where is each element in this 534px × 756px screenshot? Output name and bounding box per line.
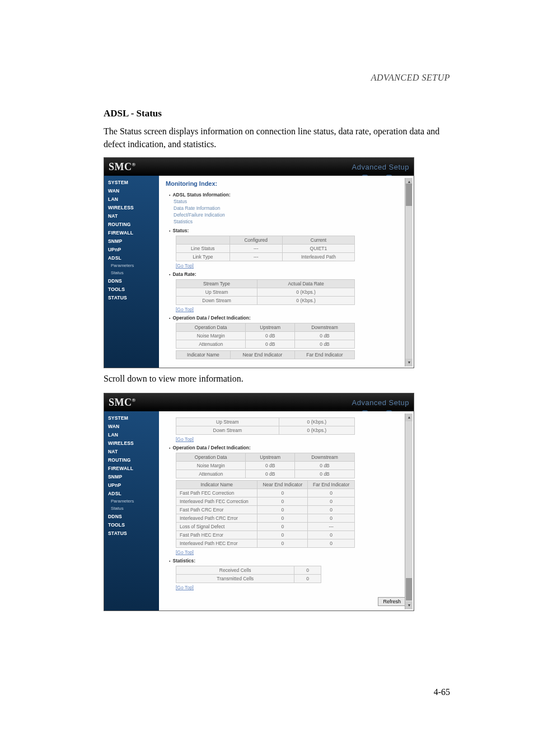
col-actual-rate: Actual Data Rate <box>257 280 355 288</box>
screenshot-header: SMC® Advanced Setup <box>104 158 414 176</box>
scrollbar[interactable]: ▴ ▾ <box>405 414 413 609</box>
screenshot-header: SMC® Advanced Setup <box>104 393 414 411</box>
refresh-button[interactable]: Refresh <box>378 597 406 606</box>
sidebar-item-wireless[interactable]: WIRELESS <box>104 439 159 447</box>
sidebar-item-status[interactable]: STATUS <box>104 293 159 302</box>
sidebar-item-snmp[interactable]: SNMP <box>104 237 159 245</box>
sidebar-item-ddns[interactable]: DDNS <box>104 276 159 285</box>
go-top-link[interactable]: [Go Top] <box>166 550 407 555</box>
cell: 0 dB <box>246 332 295 340</box>
sidebar-sub-parameters[interactable]: Parameters <box>104 497 159 505</box>
sidebar-item-routing[interactable]: ROUTING <box>104 456 159 464</box>
cell: Link Type <box>176 253 230 261</box>
link-data-rate[interactable]: Data Rate Information <box>166 205 407 212</box>
cell: 0 (Kbps.) <box>257 297 355 305</box>
sidebar-item-routing[interactable]: ROUTING <box>104 220 159 228</box>
sidebar-sub-status[interactable]: Status <box>104 505 159 512</box>
cell: Interleaved Path CRC Error <box>176 514 257 523</box>
sidebar-item-wan[interactable]: WAN <box>104 422 159 430</box>
sidebar-item-snmp[interactable]: SNMP <box>104 472 159 481</box>
status-table: Configured Current Line Status --- QUIET… <box>176 236 355 261</box>
sidebar-item-adsl[interactable]: ADSL <box>104 489 159 497</box>
status-header: Status: <box>166 227 407 234</box>
cell: 0 <box>294 566 321 575</box>
scroll-down-icon[interactable]: ▾ <box>405 359 413 367</box>
cell: Noise Margin <box>176 332 246 340</box>
operation-data-header: Operation Data / Defect Indication: <box>166 444 407 451</box>
table-row: Fast Path FEC Correction00 <box>176 489 355 497</box>
sidebar-item-nat[interactable]: NAT <box>104 447 159 456</box>
sidebar-item-lan[interactable]: LAN <box>104 195 159 203</box>
scroll-thumb[interactable] <box>406 578 412 600</box>
sidebar-item-wan[interactable]: WAN <box>104 186 159 195</box>
cell: 0 <box>257 489 308 497</box>
sidebar-sub-parameters[interactable]: Parameters <box>104 262 159 269</box>
sidebar-item-system[interactable]: SYSTEM <box>104 178 159 186</box>
cell: 0 (Kbps.) <box>279 426 354 435</box>
cell: 0 <box>308 489 355 497</box>
sidebar-item-adsl[interactable]: ADSL <box>104 253 159 262</box>
table-row: Interleaved Path CRC Error00 <box>176 514 355 523</box>
col-upstream: Upstream <box>246 323 295 332</box>
sidebar-item-status[interactable]: STATUS <box>104 529 159 537</box>
sidebar: SYSTEM WAN LAN WIRELESS NAT ROUTING FIRE… <box>104 411 159 611</box>
data-rate-header: Data Rate: <box>166 271 407 278</box>
advanced-setup-label: Advanced Setup <box>352 398 409 407</box>
content-area: Up Stream 0 (Kbps.) Down Stream 0 (Kbps.… <box>159 411 414 611</box>
operation-data-table: Operation Data Upstream Downstream Noise… <box>176 323 355 349</box>
scroll-caption: Scroll down to view more information. <box>104 374 450 384</box>
table-row: Down Stream 0 (Kbps.) <box>176 297 355 305</box>
go-top-link[interactable]: [Go Top] <box>166 436 407 442</box>
scroll-down-icon[interactable]: ▾ <box>405 602 413 609</box>
cell: Down Stream <box>176 426 279 435</box>
advanced-setup-label: Advanced Setup <box>352 163 409 171</box>
sidebar-item-nat[interactable]: NAT <box>104 212 159 220</box>
sidebar-item-system[interactable]: SYSTEM <box>104 414 159 422</box>
link-statistics[interactable]: Statistics <box>166 218 407 225</box>
data-rate-table: Stream Type Actual Data Rate Up Stream 0… <box>176 279 355 305</box>
cell: 0 (Kbps.) <box>257 288 355 297</box>
section-intro: The Status screen displays information o… <box>104 125 450 151</box>
smc-logo: SMC® <box>109 397 136 408</box>
table-row: Transmitted Cells0 <box>176 575 321 583</box>
sidebar-item-firewall[interactable]: FIREWALL <box>104 228 159 237</box>
link-defect[interactable]: Defect/Failure Indication <box>166 212 407 218</box>
cell: 0 <box>257 539 308 548</box>
scroll-up-icon[interactable]: ▴ <box>405 414 413 421</box>
col-indicator: Indicator Name <box>176 481 257 489</box>
sidebar: SYSTEM WAN LAN WIRELESS NAT ROUTING FIRE… <box>104 176 159 368</box>
col-configured: Configured <box>229 236 282 245</box>
sidebar-sub-status[interactable]: Status <box>104 269 159 276</box>
cell: Fast Path FEC Correction <box>176 489 257 497</box>
content-area: Monitoring Index: ADSL Status Informatio… <box>159 176 414 368</box>
scrollbar[interactable]: ▴ ▾ <box>405 178 413 367</box>
go-top-link[interactable]: [Go Top] <box>166 585 407 590</box>
sidebar-item-upnp[interactable]: UPnP <box>104 245 159 253</box>
link-status[interactable]: Status <box>166 198 407 205</box>
table-row: Noise Margin 0 dB 0 dB <box>176 332 355 340</box>
cell: Interleaved Path HEC Error <box>176 539 257 548</box>
statistics-table: Received Cells0 Transmitted Cells0 <box>176 566 321 583</box>
sidebar-item-tools[interactable]: TOOLS <box>104 520 159 529</box>
col-op-data: Operation Data <box>176 323 246 332</box>
sidebar-item-upnp[interactable]: UPnP <box>104 481 159 489</box>
sidebar-item-tools[interactable]: TOOLS <box>104 285 159 293</box>
sidebar-item-firewall[interactable]: FIREWALL <box>104 464 159 472</box>
indicator-table-header: Indicator Name Near End Indicator Far En… <box>176 350 355 359</box>
col-op-data: Operation Data <box>176 453 246 462</box>
scroll-thumb[interactable] <box>406 184 412 206</box>
go-top-link[interactable]: [Go Top] <box>166 307 407 312</box>
col-upstream: Upstream <box>246 453 295 462</box>
table-row: Interleaved Path HEC Error00 <box>176 539 355 548</box>
table-row: Attenuation 0 dB 0 dB <box>176 340 355 349</box>
table-row: Down Stream 0 (Kbps.) <box>176 426 355 435</box>
go-top-link[interactable]: [Go Top] <box>166 263 407 269</box>
page-number: 4-65 <box>434 687 450 697</box>
sidebar-item-lan[interactable]: LAN <box>104 430 159 439</box>
cell: QUIET1 <box>282 245 354 253</box>
sidebar-item-wireless[interactable]: WIRELESS <box>104 203 159 212</box>
table-row: Line Status --- QUIET1 <box>176 245 355 253</box>
cell: 0 <box>308 514 355 523</box>
sidebar-item-ddns[interactable]: DDNS <box>104 512 159 520</box>
cell: 0 <box>257 506 308 514</box>
